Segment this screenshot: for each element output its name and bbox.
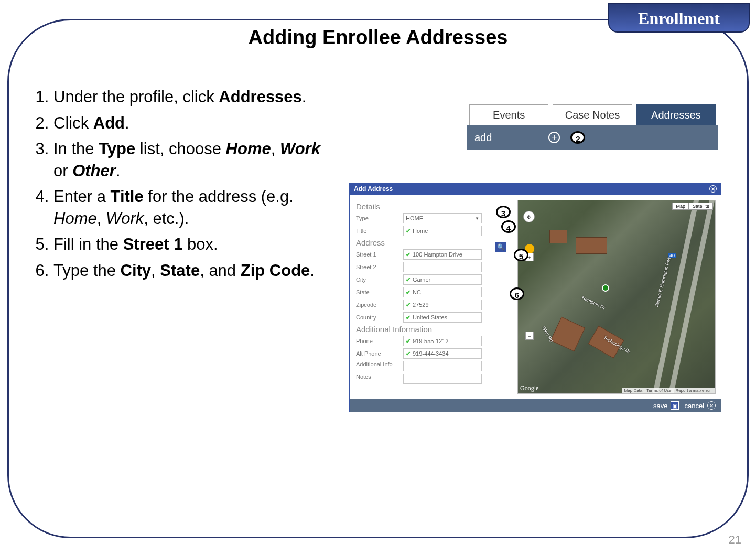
tab-case-notes[interactable]: Case Notes [553, 104, 632, 125]
callout-3: 3 [496, 206, 511, 218]
type-select[interactable]: HOME [403, 213, 482, 223]
callout-2: 2 [570, 131, 585, 144]
cancel-button[interactable]: cancel ✕ [684, 401, 716, 410]
addlinfo-input[interactable] [403, 361, 482, 371]
search-icon[interactable]: 🔍 [495, 242, 506, 252]
street2-input[interactable] [403, 262, 482, 272]
notes-input[interactable] [403, 374, 482, 384]
page-title: Adding Enrollee Addresses [0, 26, 756, 49]
callout-4: 4 [501, 220, 516, 233]
instruction-list: Under the profile, click Addresses. Clic… [30, 86, 329, 285]
section-address: Address [356, 238, 511, 247]
label-city: City [356, 276, 403, 283]
label-title: Title [356, 228, 403, 234]
callout-5: 5 [514, 249, 528, 261]
dialog-title: Add Address [354, 185, 393, 193]
label-state: State [356, 289, 403, 295]
label-addlinfo: Additional Info [356, 361, 403, 367]
title-input[interactable]: ✔Home [403, 226, 482, 236]
save-button[interactable]: save ▣ [653, 401, 679, 410]
check-icon: ✔ [406, 302, 411, 308]
list-item: Under the profile, click Addresses. [53, 86, 329, 108]
list-item: Click Add. [53, 112, 329, 134]
list-item: Enter a Title for the address (e.g. Home… [53, 186, 329, 229]
section-details: Details [356, 202, 511, 211]
section-additional: Additional Information [356, 325, 511, 334]
label-type: Type [356, 215, 403, 221]
city-input[interactable]: ✔Garner [403, 274, 482, 285]
map-type-switch[interactable]: MapSatellite [672, 203, 713, 210]
cancel-icon: ✕ [707, 401, 716, 410]
street-label: Hampton Dr [581, 295, 606, 311]
phone-input[interactable]: ✔919-555-1212 [403, 336, 482, 346]
add-address-dialog: Add Address ✕ Details Type HOME Title ✔H… [349, 183, 721, 412]
street-label: James E Harrington Fwy [654, 256, 672, 307]
list-item: In the Type list, choose Home, Work or O… [53, 138, 329, 182]
page-number: 21 [729, 533, 741, 547]
label-altphone: Alt Phone [356, 350, 403, 357]
tab-events[interactable]: Events [469, 104, 548, 125]
check-icon: ✔ [406, 289, 411, 296]
label-phone: Phone [356, 338, 403, 344]
google-logo: Google [520, 385, 538, 392]
map-preview[interactable]: MapSatellite ✥ ⬤ + − 40 Hampton Dr Glen … [517, 200, 716, 394]
check-icon: ✔ [406, 350, 411, 357]
check-icon: ✔ [406, 276, 411, 283]
tab-addresses[interactable]: Addresses [636, 104, 716, 125]
label-notes: Notes [356, 374, 403, 380]
altphone-input[interactable]: ✔919-444-3434 [403, 348, 482, 359]
street-label: Glen Rd [541, 325, 554, 343]
add-label: add [474, 132, 492, 144]
zip-input[interactable]: ✔27529 [403, 300, 482, 310]
label-street2: Street 2 [356, 264, 403, 270]
check-icon: ✔ [406, 251, 411, 258]
label-country: Country [356, 314, 403, 321]
check-icon: ✔ [406, 228, 411, 235]
list-item: Fill in the Street 1 box. [53, 233, 329, 255]
label-street1: Street 1 [356, 251, 403, 258]
map-footer: Map DataTerms of UseReport a map error [622, 388, 715, 393]
state-input[interactable]: ✔NC [403, 287, 482, 297]
pan-icon[interactable]: ✥ [523, 211, 535, 222]
street1-input[interactable]: ✔100 Hampton Drive [403, 249, 482, 260]
street-label: Technology Dr [602, 335, 631, 354]
label-zip: Zipcode [356, 302, 403, 308]
check-icon: ✔ [406, 338, 411, 345]
add-button[interactable]: + [548, 132, 560, 143]
callout-6: 6 [510, 287, 524, 300]
map-marker-icon [602, 284, 609, 292]
country-input[interactable]: ✔United States [403, 312, 482, 323]
list-item: Type the City, State, and Zip Code. [53, 260, 329, 282]
zoom-out-icon[interactable]: − [525, 332, 534, 340]
profile-tabstrip: Events Case Notes Addresses add + 2 [467, 102, 718, 149]
check-icon: ✔ [406, 314, 411, 321]
save-icon: ▣ [671, 401, 679, 410]
close-icon[interactable]: ✕ [709, 185, 717, 193]
dialog-titlebar: Add Address ✕ [350, 183, 721, 195]
